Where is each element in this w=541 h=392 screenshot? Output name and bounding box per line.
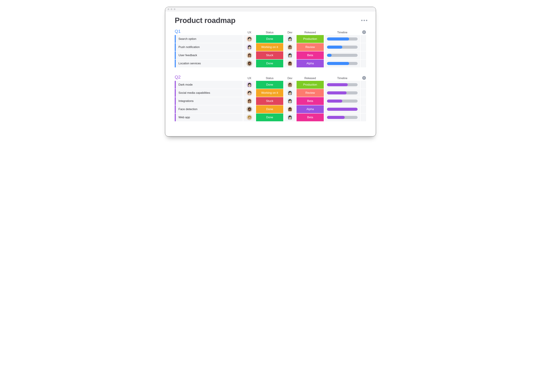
add-column-button[interactable]: +	[362, 30, 366, 34]
table-row: Search option🧑🏻Done👩🏻Production	[175, 35, 367, 43]
released-cell[interactable]: Review	[297, 43, 324, 51]
item-name-cell[interactable]: Search option	[175, 35, 243, 43]
window-zoom-icon[interactable]	[174, 8, 175, 10]
column-header-timeline[interactable]: Timeline	[324, 77, 360, 80]
timeline-bar[interactable]	[327, 62, 358, 65]
plus-icon: +	[363, 77, 365, 79]
column-header-status[interactable]: Status	[256, 31, 283, 34]
row-end-cell	[361, 89, 366, 97]
status-cell[interactable]: Done	[256, 35, 283, 43]
avatar[interactable]: 👩🏽	[287, 44, 293, 50]
column-header-ux[interactable]: UX	[244, 77, 255, 80]
column-header-ux[interactable]: UX	[244, 31, 255, 34]
avatar[interactable]: 👩🏻	[246, 44, 252, 50]
add-column-button[interactable]: +	[362, 76, 366, 80]
timeline-cell	[324, 60, 360, 67]
status-cell[interactable]: Stuck	[256, 51, 283, 59]
released-cell[interactable]: Beta	[297, 51, 324, 59]
group-title[interactable]: Q1	[175, 29, 243, 34]
timeline-bar[interactable]	[327, 108, 358, 111]
group-rows: Search option🧑🏻Done👩🏻ProductionPush noti…	[175, 35, 367, 67]
timeline-cell	[324, 81, 360, 89]
table-row: Push notification👩🏻Working on it👩🏽Review	[175, 43, 367, 51]
dev-cell: 👩🏽	[284, 81, 296, 89]
avatar[interactable]: 👩🏽	[287, 82, 293, 88]
item-name-cell[interactable]: Face detection	[175, 105, 243, 113]
row-end-cell	[361, 105, 366, 113]
timeline-bar[interactable]	[327, 91, 358, 94]
item-name-cell[interactable]: Integrations	[175, 97, 243, 105]
avatar[interactable]: 👩🏻	[246, 82, 252, 88]
item-name-cell[interactable]: Dark mode	[175, 81, 243, 89]
row-end-cell	[361, 43, 366, 51]
status-cell[interactable]: Stuck	[256, 97, 283, 105]
item-name-cell[interactable]: User feedback	[175, 51, 243, 59]
item-name-cell[interactable]: Social media capabilities	[175, 89, 243, 97]
group-header: Q1UXStatusDevReleasedTimeline+	[175, 29, 367, 35]
dev-cell: 👩🏻	[284, 35, 296, 43]
status-cell[interactable]: Done	[256, 60, 283, 67]
released-cell[interactable]: Production	[297, 81, 324, 89]
row-end-cell	[361, 81, 366, 89]
column-header-dev[interactable]: Dev	[284, 31, 296, 34]
board-content: Product roadmap Q1UXStatusDevReleasedTim…	[165, 11, 376, 136]
dots-icon	[361, 20, 363, 21]
row-end-cell	[361, 97, 366, 105]
timeline-bar[interactable]	[327, 46, 358, 49]
column-header-released[interactable]: Released	[297, 31, 324, 34]
item-name-cell[interactable]: Location services	[175, 60, 243, 67]
avatar[interactable]: 👩🏻	[287, 98, 293, 104]
avatar[interactable]: 👩🏻	[287, 90, 293, 96]
avatar[interactable]: 🧔🏾	[246, 61, 252, 66]
avatar[interactable]: 🧔🏾	[246, 106, 252, 112]
avatar[interactable]: 👩🏻	[287, 52, 293, 58]
item-name-cell[interactable]: Push notification	[175, 43, 243, 51]
avatar[interactable]: 🧑🏻	[246, 90, 252, 96]
status-cell[interactable]: Done	[256, 114, 283, 121]
avatar[interactable]: 👩🏽	[246, 52, 252, 58]
avatar[interactable]: 🧑🏼	[246, 115, 252, 120]
released-cell[interactable]: Production	[297, 35, 324, 43]
avatar[interactable]: 👩🏻	[287, 115, 293, 120]
row-end-cell	[361, 114, 366, 121]
column-header-status[interactable]: Status	[256, 77, 283, 80]
window-minimize-icon[interactable]	[171, 8, 172, 10]
item-name-cell[interactable]: Web app	[175, 114, 243, 121]
timeline-bar[interactable]	[327, 116, 358, 119]
status-cell[interactable]: Done	[256, 105, 283, 113]
page-more-button[interactable]	[361, 20, 367, 21]
group-q1: Q1UXStatusDevReleasedTimeline+Search opt…	[175, 29, 367, 67]
timeline-fill	[327, 83, 348, 86]
avatar[interactable]: 🧑🏻	[246, 36, 252, 42]
status-cell[interactable]: Working on it	[256, 89, 283, 97]
avatar[interactable]: 👩🏻	[287, 36, 293, 42]
window-titlebar	[165, 7, 376, 11]
released-cell[interactable]: Review	[297, 89, 324, 97]
timeline-bar[interactable]	[327, 37, 358, 41]
timeline-bar[interactable]	[327, 83, 358, 86]
table-row: Integrations👩🏽Stuck👩🏻Beta	[175, 97, 367, 105]
column-header-released[interactable]: Released	[297, 77, 324, 80]
avatar[interactable]: 👩🏾	[287, 61, 293, 66]
timeline-bar[interactable]	[327, 99, 358, 103]
released-cell[interactable]: Beta	[297, 97, 324, 105]
dev-cell: 👩🏻	[284, 89, 296, 97]
ux-cell: 🧑🏼	[244, 114, 255, 121]
table-row: Dark mode👩🏻Done👩🏽Production	[175, 81, 367, 89]
column-header-dev[interactable]: Dev	[284, 77, 296, 80]
column-header-timeline[interactable]: Timeline	[324, 31, 360, 34]
group-title[interactable]: Q2	[175, 74, 243, 80]
timeline-cell	[324, 35, 360, 43]
released-cell[interactable]: Alpha	[297, 60, 324, 67]
dev-cell: 👩🏽	[284, 43, 296, 51]
status-cell[interactable]: Done	[256, 81, 283, 89]
timeline-bar[interactable]	[327, 54, 358, 57]
window-close-icon[interactable]	[168, 8, 169, 10]
timeline-fill	[327, 62, 349, 65]
released-cell[interactable]: Beta	[297, 114, 324, 121]
avatar[interactable]: 👩🏾	[287, 106, 293, 112]
status-cell[interactable]: Working on it	[256, 43, 283, 51]
released-cell[interactable]: Alpha	[297, 105, 324, 113]
avatar[interactable]: 👩🏽	[246, 98, 252, 104]
timeline-cell	[324, 105, 360, 113]
